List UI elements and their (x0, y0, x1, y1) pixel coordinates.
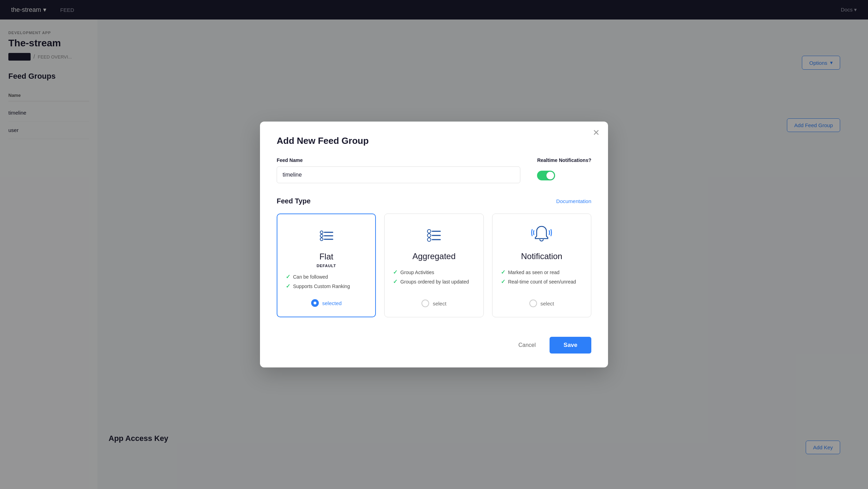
form-row: Feed Name Realtime Notifications? (277, 157, 591, 183)
flat-radio-button (311, 299, 319, 307)
check-icon: ✓ (393, 269, 397, 275)
feed-name-label: Feed Name (277, 157, 520, 163)
notif-feature-2: ✓ Real-time count of seen/unread (501, 278, 583, 285)
check-icon: ✓ (501, 278, 505, 285)
notification-features: ✓ Marked as seen or read ✓ Real-time cou… (501, 269, 583, 288)
aggregated-card-title: Aggregated (412, 251, 456, 261)
feed-name-group: Feed Name (277, 157, 520, 183)
feed-card-flat[interactable]: Flat DEFAULT ✓ Can be followed ✓ Support… (277, 214, 376, 317)
agg-feature-1: ✓ Group Activities (393, 269, 475, 275)
svg-point-4 (320, 238, 323, 241)
notif-feature-1: ✓ Marked as seen or read (501, 269, 583, 275)
feed-card-aggregated[interactable]: Aggregated ✓ Group Activities ✓ Groups o… (384, 214, 483, 317)
notification-icon (530, 224, 553, 246)
modal-footer: Cancel Save (277, 331, 591, 354)
flat-feature-2: ✓ Supports Custom Ranking (286, 283, 367, 289)
feed-card-notification[interactable]: Notification ✓ Marked as seen or read ✓ … (492, 214, 591, 317)
check-icon: ✓ (501, 269, 505, 275)
flat-card-title: Flat (319, 252, 333, 262)
realtime-group: Realtime Notifications? (537, 157, 591, 180)
aggregated-select-row[interactable]: select (421, 300, 446, 307)
realtime-label: Realtime Notifications? (537, 157, 591, 163)
flat-select-label: selected (322, 300, 342, 306)
flat-features: ✓ Can be followed ✓ Supports Custom Rank… (286, 273, 367, 292)
aggregated-features: ✓ Group Activities ✓ Groups ordered by l… (393, 269, 475, 288)
toggle-slider (537, 171, 555, 180)
flat-feature-1: ✓ Can be followed (286, 273, 367, 280)
modal-title: Add New Feed Group (277, 135, 591, 146)
check-icon: ✓ (286, 273, 290, 280)
feed-cards-container: Flat DEFAULT ✓ Can be followed ✓ Support… (277, 214, 591, 317)
notification-select-label: select (540, 301, 554, 306)
feed-name-input[interactable] (277, 166, 520, 183)
notification-card-title: Notification (521, 251, 562, 261)
add-feed-group-modal: ✕ Add New Feed Group Feed Name Realtime … (260, 122, 608, 367)
svg-point-2 (320, 234, 323, 237)
flat-select-row[interactable]: selected (311, 299, 342, 307)
aggregated-select-label: select (433, 301, 446, 306)
svg-point-6 (427, 230, 431, 233)
check-icon: ✓ (393, 278, 397, 285)
documentation-link[interactable]: Documentation (556, 198, 591, 204)
notification-select-row[interactable]: select (529, 300, 554, 307)
notification-radio-button (529, 300, 537, 307)
svg-point-8 (427, 238, 431, 241)
svg-point-7 (427, 234, 431, 237)
modal-overlay: ✕ Add New Feed Group Feed Name Realtime … (0, 0, 868, 489)
check-icon: ✓ (286, 283, 290, 289)
modal-close-button[interactable]: ✕ (593, 129, 600, 137)
feed-type-header: Feed Type Documentation (277, 197, 591, 205)
aggregated-icon (423, 224, 445, 246)
cancel-button[interactable]: Cancel (511, 338, 543, 352)
realtime-toggle[interactable] (537, 171, 555, 180)
realtime-toggle-wrapper (537, 171, 591, 180)
svg-point-0 (320, 231, 323, 234)
feed-type-title: Feed Type (277, 197, 310, 205)
aggregated-radio-button (421, 300, 429, 307)
flat-icon (315, 224, 338, 246)
flat-card-badge: DEFAULT (317, 264, 336, 268)
agg-feature-2: ✓ Groups ordered by last updated (393, 278, 475, 285)
save-button[interactable]: Save (550, 337, 591, 354)
